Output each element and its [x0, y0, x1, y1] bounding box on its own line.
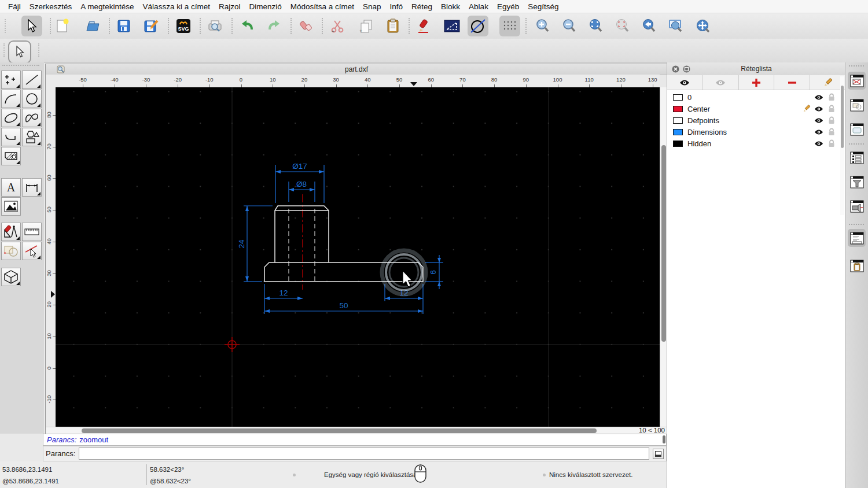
clipboard-dock-button[interactable] — [848, 257, 866, 275]
print-preview-button[interactable] — [205, 16, 226, 36]
entity-list-dock-button[interactable] — [848, 149, 866, 167]
show-all-layers-button[interactable] — [667, 75, 703, 90]
paste-button[interactable] — [382, 16, 403, 36]
copy-button[interactable]: + — [356, 16, 377, 36]
layer-row-hidden[interactable]: Hidden — [667, 138, 841, 149]
menu-item-4[interactable]: Válassza ki a címet — [143, 2, 210, 11]
vruler-label: 30 — [46, 266, 52, 280]
pan-button[interactable] — [692, 16, 713, 36]
layer-lock-icon[interactable] — [828, 105, 835, 113]
dimension-tool-button[interactable] — [22, 178, 42, 197]
scrollbar-thumb[interactable] — [841, 86, 844, 148]
layer-lock-icon[interactable] — [828, 93, 835, 101]
pen-palette-dock-button[interactable] — [848, 197, 866, 215]
circle-tool-button[interactable] — [22, 90, 42, 108]
save-button[interactable] — [113, 16, 134, 36]
pointer-tool-button[interactable] — [8, 40, 31, 64]
menu-item-14[interactable]: Segítség — [528, 2, 558, 11]
zoom-previous-button[interactable] — [639, 16, 660, 36]
drawing-window-titlebar[interactable]: part.dxf — [46, 64, 667, 75]
block-list-dock-button[interactable] — [848, 96, 866, 114]
hide-all-layers-button[interactable] — [703, 75, 739, 90]
points-tool-button[interactable] — [1, 71, 21, 89]
remove-layer-button[interactable] — [774, 75, 810, 90]
layer-color-swatch[interactable] — [673, 106, 683, 112]
text-tool-button[interactable]: A — [1, 178, 21, 197]
draft-mode-button[interactable] — [468, 16, 488, 36]
zoom-window-button[interactable] — [665, 16, 686, 36]
modify-tool-button[interactable] — [1, 223, 21, 241]
deselect-tool-button[interactable] — [22, 242, 42, 260]
float-panel-icon[interactable] — [683, 65, 690, 73]
menu-item-6[interactable]: Dimenzió — [249, 2, 281, 11]
command-keyboard-button[interactable] — [653, 449, 664, 459]
menu-item-3[interactable]: A megtekintése — [80, 2, 134, 11]
layer-visible-eye-icon[interactable] — [814, 117, 823, 124]
command-input[interactable] — [79, 448, 649, 460]
menu-item-11[interactable]: Blokk — [441, 2, 460, 11]
spline-tool-button[interactable] — [22, 109, 42, 127]
menu-item-7[interactable]: Módosítsa a címet — [290, 2, 354, 11]
menu-item-12[interactable]: Ablak — [469, 2, 488, 11]
close-panel-icon[interactable] — [672, 65, 679, 73]
zoom-in-button[interactable] — [532, 16, 553, 36]
layer-lock-icon[interactable] — [828, 128, 835, 136]
menu-item-13[interactable]: Egyéb — [497, 2, 519, 11]
layer-visible-eye-icon[interactable] — [814, 141, 823, 147]
dimension-style-button[interactable] — [442, 16, 462, 36]
menu-item-2[interactable]: Szerkesztés — [30, 2, 72, 11]
zoom-auto-button[interactable] — [586, 16, 606, 36]
ellipse-tool-button[interactable] — [1, 109, 21, 127]
filter-dock-button[interactable] — [848, 173, 866, 191]
line-tool-button[interactable] — [22, 71, 42, 89]
drawing-canvas[interactable]: Ø17 Ø8 24 12 12 50 6 — [56, 87, 660, 427]
zoom-selection-button[interactable] — [612, 16, 633, 36]
layer-lock-icon[interactable] — [828, 139, 835, 147]
add-layer-button[interactable] — [739, 75, 775, 90]
open-button[interactable] — [82, 16, 103, 36]
save-as-button[interactable] — [141, 16, 162, 36]
panel-scrollbar[interactable] — [840, 76, 844, 215]
layer-color-swatch[interactable] — [673, 141, 683, 147]
hatch-tool-button[interactable] — [1, 147, 21, 165]
menu-item-9[interactable]: Infó — [390, 2, 403, 11]
library-browser-dock-button[interactable] — [848, 120, 866, 138]
draw-pencil-button[interactable] — [414, 16, 435, 36]
layer-row-defpoints[interactable]: Defpoints — [667, 114, 841, 126]
command-widget-dock-button[interactable] — [848, 229, 866, 247]
new-document-button[interactable] — [52, 16, 73, 36]
delete-button[interactable] — [296, 16, 317, 36]
layer-list-dock-button[interactable] — [848, 72, 866, 90]
zoom-out-button[interactable] — [559, 16, 580, 36]
layer-color-swatch[interactable] — [673, 117, 683, 124]
layer-row-dimensions[interactable]: Dimensions — [667, 126, 841, 138]
menu-item-5[interactable]: Rajzol — [219, 2, 241, 11]
cube-3d-tool-button[interactable] — [1, 268, 21, 286]
scrollbar-thumb[interactable] — [82, 428, 597, 433]
history-scrollbar-thumb[interactable] — [663, 435, 665, 443]
scrollbar-thumb[interactable] — [661, 145, 666, 342]
menu-item-8[interactable]: Snap — [363, 2, 381, 11]
layer-visible-eye-icon[interactable] — [814, 106, 823, 112]
polyline-tool-button[interactable] — [1, 128, 21, 146]
menu-item-10[interactable]: Réteg — [411, 2, 432, 11]
layer-visible-eye-icon[interactable] — [814, 129, 823, 135]
edit-shapes-tool-button[interactable] — [1, 242, 21, 260]
export-svg-button[interactable]: SVG — [173, 16, 194, 36]
shapes-tool-button[interactable] — [22, 128, 42, 146]
layer-row-0[interactable]: 0 — [667, 91, 841, 103]
undo-button[interactable] — [237, 16, 258, 36]
layer-visible-eye-icon[interactable] — [814, 94, 823, 101]
grid-toggle-button[interactable] — [499, 16, 520, 36]
layer-color-swatch[interactable] — [673, 129, 683, 135]
image-tool-button[interactable] — [1, 197, 21, 216]
cut-button[interactable]: + — [327, 16, 348, 36]
layer-color-swatch[interactable] — [673, 94, 683, 101]
menu-item-1[interactable]: Fájl — [8, 2, 21, 11]
layer-lock-icon[interactable] — [828, 116, 835, 124]
select-arrow-button[interactable] — [21, 16, 42, 36]
layer-row-center[interactable]: Center — [667, 103, 841, 114]
arc-tool-button[interactable] — [1, 90, 21, 108]
measure-tool-button[interactable] — [22, 223, 42, 241]
redo-button[interactable] — [264, 16, 285, 36]
